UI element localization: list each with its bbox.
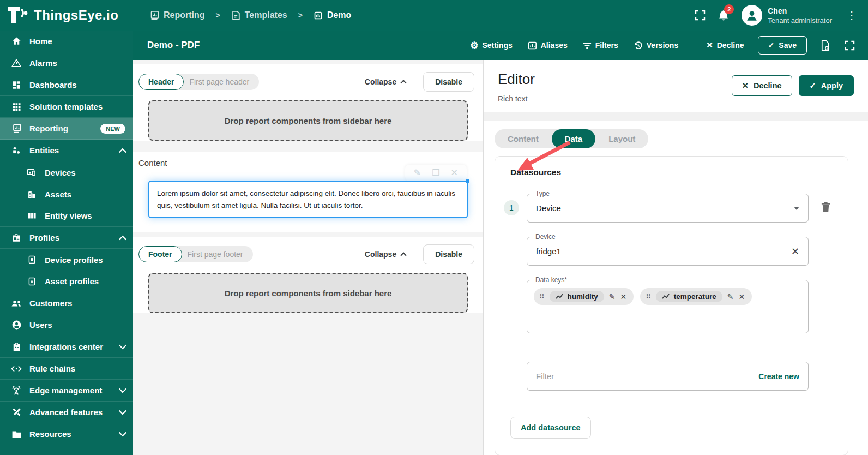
remove-key-icon[interactable]: ✕ [620, 293, 627, 301]
datasources-heading: Datasources [504, 167, 835, 177]
breadcrumb-templates[interactable]: Templates [231, 10, 287, 20]
editor-subtitle: Rich text [498, 94, 535, 103]
report-header-section: Header First page header Collapse Disabl… [133, 64, 483, 141]
widget-hover-toolbar: ✎ ❐ ✕ [405, 165, 467, 181]
dropdown-caret-icon[interactable] [794, 207, 799, 210]
header-chip[interactable]: Header [138, 74, 184, 90]
edit-widget-icon[interactable]: ✎ [414, 169, 421, 177]
sidebar-item-device-profiles[interactable]: Device profiles [0, 249, 133, 271]
sidebar-item-resources[interactable]: Resources [0, 423, 133, 445]
sidebar-item-profiles[interactable]: Profiles [0, 227, 133, 249]
avatar [742, 5, 762, 26]
sidebar-item-entity-views[interactable]: Entity views [0, 205, 133, 227]
sidebar-item-edge-management[interactable]: Edge management [0, 380, 133, 402]
templates-icon [231, 10, 240, 20]
sidebar-item-entities[interactable]: Entities [0, 140, 133, 161]
sidebar-item-alarms[interactable]: Alarms [0, 52, 133, 74]
header-dropzone[interactable]: Drop report components from sidebar here [148, 100, 468, 141]
report-footer-section: Footer First page footer Collapse Disabl… [133, 237, 483, 313]
main-sidebar: Home Alarms Dashboards Solution template… [0, 31, 133, 455]
footer-chip[interactable]: Footer [138, 246, 182, 262]
notifications-bell-icon[interactable]: 2 [718, 9, 730, 22]
device-profiles-icon [26, 254, 37, 265]
reporting-icon [11, 123, 22, 134]
chevron-up-icon [119, 148, 126, 155]
remove-widget-icon[interactable]: ✕ [451, 169, 458, 177]
chevron-down-icon [119, 385, 126, 393]
user-name: Chen [768, 7, 832, 15]
sidebar-item-users[interactable]: Users [0, 314, 133, 336]
sidebar-item-label: Resources [29, 429, 71, 439]
fullscreen-toggle-button[interactable] [839, 37, 860, 54]
remove-key-icon[interactable]: ✕ [739, 293, 745, 301]
settings-button[interactable]: ⚙ Settings [464, 35, 518, 56]
solution-templates-icon [11, 101, 22, 112]
tab-data[interactable]: Data [552, 129, 596, 148]
data-keys-field[interactable]: Data keys* ⠿ humidity ✎ [527, 280, 809, 333]
sidebar-item-solution-templates[interactable]: Solution templates [0, 96, 133, 118]
decline-button[interactable]: ✕ Decline [700, 36, 750, 55]
tab-layout[interactable]: Layout [595, 129, 648, 148]
sidebar-item-reporting[interactable]: Reporting NEW [0, 118, 133, 140]
export-pdf-button[interactable] [815, 37, 836, 55]
delete-datasource-button[interactable] [816, 201, 835, 213]
header-collapse-button[interactable]: Collapse [359, 73, 411, 91]
copy-widget-icon[interactable]: ❐ [432, 169, 439, 177]
profiles-icon [11, 232, 22, 243]
brand-logo[interactable]: ThingsEye.io [0, 6, 133, 25]
user-menu[interactable]: Chen Tenant administrator [742, 5, 832, 26]
sidebar-item-label: Integrations center [29, 342, 103, 351]
header-disable-button[interactable]: Disable [423, 72, 474, 92]
history-icon [634, 41, 643, 50]
edit-key-icon[interactable]: ✎ [727, 293, 734, 301]
clear-device-icon[interactable]: ✕ [791, 247, 799, 256]
sidebar-item-rule-chains[interactable]: Rule chains [0, 358, 133, 380]
add-datasource-button[interactable]: Add datasource [510, 417, 591, 439]
edit-key-icon[interactable]: ✎ [609, 293, 616, 301]
toolbar-divider [692, 38, 692, 53]
rule-chains-icon [11, 363, 22, 374]
drag-handle-icon[interactable]: ⠿ [539, 292, 545, 301]
type-select[interactable]: Type Device [527, 194, 809, 223]
aliases-button[interactable]: Aliases [522, 37, 574, 54]
entity-views-icon [26, 211, 37, 221]
sidebar-item-home[interactable]: Home [0, 31, 133, 52]
rich-text-widget[interactable]: Lorem ipsum dolor sit amet, consectetur … [148, 181, 468, 218]
create-new-link[interactable]: Create new [758, 372, 799, 381]
footer-chip-hint: First page footer [182, 247, 253, 262]
drag-handle-icon[interactable]: ⠿ [646, 292, 651, 301]
data-key-chip[interactable]: ⠿ temperature ✎ ✕ [640, 288, 752, 305]
data-keys-label: Data keys* [533, 276, 570, 284]
editor-apply-button[interactable]: ✓ Apply [799, 75, 854, 96]
sidebar-item-advanced-features[interactable]: Advanced features [0, 402, 133, 423]
device-label: Device [533, 233, 558, 241]
breadcrumb-demo[interactable]: Demo [314, 10, 351, 20]
footer-disable-button[interactable]: Disable [423, 244, 474, 264]
sidebar-item-asset-profiles[interactable]: Asset profiles [0, 271, 133, 292]
sidebar-item-label: Profiles [29, 233, 59, 242]
device-field[interactable]: Device fridge1 ✕ [527, 237, 809, 266]
sidebar-item-integrations-center[interactable]: Integrations center [0, 336, 133, 358]
editor-decline-button[interactable]: ✕ Decline [732, 75, 792, 96]
filter-field[interactable]: Filter Create new [527, 362, 809, 391]
footer-collapse-button[interactable]: Collapse [359, 246, 411, 263]
sidebar-item-dashboards[interactable]: Dashboards [0, 74, 133, 96]
sidebar-item-label: Edge management [29, 386, 102, 395]
footer-dropzone[interactable]: Drop report components from sidebar here [148, 273, 468, 313]
sidebar-item-label: Asset profiles [45, 277, 99, 286]
more-menu-icon[interactable]: ⋮ [844, 10, 859, 21]
breadcrumb-reporting[interactable]: Reporting [149, 10, 205, 20]
sidebar-item-assets[interactable]: Assets [0, 183, 133, 205]
tab-content[interactable]: Content [495, 129, 552, 148]
sidebar-item-devices[interactable]: Devices [0, 161, 133, 183]
devices-icon [26, 167, 37, 178]
filters-button[interactable]: Filters [577, 37, 624, 54]
versions-button[interactable]: Versions [628, 37, 684, 55]
data-key-chip[interactable]: ⠿ humidity ✎ ✕ [534, 288, 634, 305]
save-button[interactable]: ✓ Save [758, 36, 807, 55]
sidebar-item-customers[interactable]: Customers [0, 292, 133, 314]
fullscreen-icon[interactable] [695, 10, 706, 21]
editor-tabs: Content Data Layout [495, 129, 648, 148]
breadcrumb-separator: > [298, 11, 303, 20]
widget-resize-handle[interactable] [466, 179, 469, 183]
